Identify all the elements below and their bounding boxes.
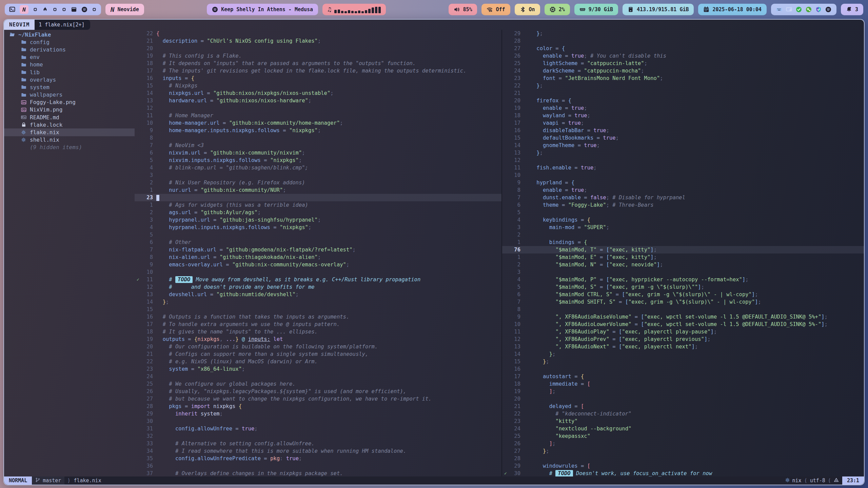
buffer-tab[interactable]: 1 flake.nix[2+] (35, 20, 90, 30)
code-line[interactable]: 27 # but because we want to change the n… (135, 395, 501, 403)
code-line[interactable]: 9 emacs-overlay.url = "github:nix-commun… (135, 261, 501, 268)
code-line[interactable]: ✓30 # TODO Doesn't work, use focus_on_ac… (502, 470, 864, 476)
code-line[interactable]: 20 firefox = { (502, 97, 864, 104)
tree-item-config[interactable]: config (4, 38, 135, 46)
code-line[interactable]: 1 "$mainMod, E" = ["exec, kitty"]; (502, 253, 864, 261)
code-line[interactable]: 25 # We configure our global packages he… (135, 380, 501, 388)
network-widget[interactable]: Off (481, 4, 510, 15)
code-line[interactable]: 19 # This config is a Flake. (135, 52, 501, 60)
tree-item-shell.nix[interactable]: shell.nix (4, 136, 135, 144)
code-line[interactable]: 24 darkScheme = "catppuccin-mocha"; (502, 67, 864, 75)
code-line[interactable]: 5 "$mainMod, S" = ["exec, grim -g \"$(sl… (502, 283, 864, 291)
code-line[interactable]: ✓11 # TODO Move away from devshell, as i… (135, 276, 501, 283)
code-line[interactable]: 19 enable = true; (502, 104, 864, 112)
code-line[interactable]: 4 hyprpanel.inputs.nixpkgs.follows = "ni… (135, 224, 501, 231)
workspace-switcher[interactable]: N (5, 4, 101, 15)
code-line[interactable]: 37 # Overlays define changes in the nixp… (135, 470, 501, 476)
code-line[interactable]: 17 # The inputs' git revisions get locke… (135, 67, 501, 75)
code-line[interactable]: 12 (502, 157, 864, 164)
tree-item-system[interactable]: system (4, 83, 135, 91)
code-line[interactable]: 6 nixvim.url = "github:nix-community/nix… (135, 149, 501, 157)
code-line[interactable]: 24 (135, 373, 501, 380)
tree-item-flake.nix[interactable]: flake.nix (4, 128, 135, 136)
editor-pane-right[interactable]: 29 };2827 color = {26 enable = true; # Y… (502, 30, 864, 476)
code-line[interactable]: 14 gnomeTheme = true; (502, 142, 864, 149)
code-line[interactable]: 2 ags.url = "github:Aylur/ags"; (135, 209, 501, 216)
neovide-workspace-icon[interactable]: N (20, 5, 28, 14)
screenshare-icon[interactable] (786, 6, 792, 13)
code-line[interactable]: 8 (502, 306, 864, 313)
code-line[interactable]: 22 }; (502, 82, 864, 89)
code-line[interactable]: 18 # It depends on "inputs" that are pas… (135, 60, 501, 67)
tree-item-flake.lock[interactable]: flake.lock (4, 121, 135, 128)
code-line[interactable]: 10 (502, 171, 864, 179)
code-line[interactable]: 23 font = "JetBrainsMono Nerd Font Mono"… (502, 75, 864, 82)
code-line[interactable]: 21 (502, 89, 864, 97)
code-line[interactable]: 12 # and doesn't provide any benefits fo… (135, 283, 501, 291)
code-line[interactable]: 15 # Nixpkgs (135, 82, 501, 89)
system-tray[interactable] (771, 4, 836, 15)
code-line[interactable]: 15 (135, 306, 501, 313)
code-line[interactable]: 15 }; (502, 358, 864, 365)
code-line[interactable]: 7 dunst.enable = false; # Disable for hy… (502, 194, 864, 201)
code-line[interactable]: 34 # I read somewhere that this is more … (135, 447, 501, 455)
code-line[interactable]: 18 wayland = true; (502, 112, 864, 119)
code-line[interactable]: 3 (502, 268, 864, 276)
code-line[interactable]: 17 autostart = { (502, 373, 864, 380)
tree-item-home[interactable]: home (4, 61, 135, 68)
code-line[interactable]: 8 nix-alien.url = "github:thiagokokada/n… (135, 253, 501, 261)
code-line[interactable]: 5 nixvim.inputs.nixpkgs.follows = "nixpk… (135, 157, 501, 164)
tree-item-readme.md[interactable]: README.md (4, 114, 135, 121)
code-line[interactable]: 8 (135, 134, 501, 142)
code-line[interactable]: 6 # Other (135, 239, 501, 246)
code-line[interactable]: 13 ", XF86AudioNext" = ["exec, playerctl… (502, 343, 864, 350)
code-line[interactable]: 13 hardware.url = "github:nixos/nixos-ha… (135, 97, 501, 104)
shield-icon[interactable] (815, 6, 822, 13)
code-line[interactable]: 16 disableTabBar = true; (502, 127, 864, 134)
code-line[interactable]: 23 (135, 194, 501, 201)
active-app-widget[interactable]: N Neovide (105, 4, 144, 15)
code-line[interactable]: 28 pkgs = import nixpkgs { (135, 403, 501, 410)
code-line[interactable]: 12 ", XF86AudioPrev" = ["exec, playerctl… (502, 336, 864, 343)
code-line[interactable]: 21 description = "ChUrl's NixOS config u… (135, 37, 501, 45)
code-line[interactable]: 3 hyprpanel.url = "github:jas-singhfsu/h… (135, 216, 501, 224)
tree-item-~-nixflake[interactable]: ~/NixFlake (4, 31, 135, 38)
code-line[interactable]: 14 }; (135, 298, 501, 306)
code-line[interactable]: 4 keybindings = { (502, 216, 864, 224)
code-line[interactable]: 20 (502, 395, 864, 403)
code-line[interactable]: 14 nixpkgs.url = "github:nixos/nixpkgs/n… (135, 89, 501, 97)
memory-widget[interactable]: 9/30 GiB (574, 4, 618, 15)
code-line[interactable]: 76 "$mainMod, T" = ["exec, kitty"]; (502, 246, 864, 253)
code-line[interactable]: 22 # e.g. NixOS (linux) and MacOS (darwi… (135, 358, 501, 365)
tree-item-env[interactable]: env (4, 54, 135, 61)
code-line[interactable]: 10 home-manager.url = "github:nix-commun… (135, 119, 501, 127)
code-line[interactable]: 29 }; (502, 30, 864, 37)
code-line[interactable]: 2 (502, 231, 864, 239)
code-line[interactable]: 3 main-mod = "SUPER"; (502, 224, 864, 231)
editor-pane-left[interactable]: 22{21 description = "ChUrl's NixOS confi… (135, 30, 501, 476)
kitty-icon[interactable] (71, 6, 77, 13)
code-line[interactable]: 9 home-manager.inputs.nixpkgs.follows = … (135, 127, 501, 134)
code-line[interactable]: 13 }; (502, 149, 864, 157)
code-line[interactable]: 2 # Nix User Repository (e.g. Firefox ad… (135, 179, 501, 186)
code-line[interactable]: 11 ", XF86AudioPlay" = ["exec, playerctl… (502, 328, 864, 336)
code-line[interactable]: 32 (135, 432, 501, 440)
code-line[interactable]: 25 "keepassxc" (502, 432, 864, 440)
code-line[interactable]: 11 fish.enable = true; (502, 164, 864, 171)
code-line[interactable]: 21 delayed = [ (502, 403, 864, 410)
code-line[interactable]: 19 outputs = {nixpkgs, ...} @ inputs: le… (135, 336, 501, 343)
code-line[interactable]: 5 (135, 231, 501, 239)
code-line[interactable]: 19 ]; (502, 388, 864, 395)
empty-workspace[interactable] (62, 7, 66, 12)
code-line[interactable]: 24 "nextcloud --background" (502, 425, 864, 432)
media-widget[interactable]: Keep Shelly In Athens - Medusa (207, 4, 318, 15)
code-line[interactable]: 11 # Home Manager (135, 112, 501, 119)
spotify-icon[interactable] (825, 6, 831, 13)
code-line[interactable]: 1 # Ags for widgets (this was a terrible… (135, 201, 501, 209)
code-line[interactable]: 18 immediate = [ (502, 380, 864, 388)
tree-item-lib[interactable]: lib (4, 68, 135, 76)
code-line[interactable]: 10 ", XF86AudioLowerVolume" = ["exec, wp… (502, 321, 864, 328)
code-line[interactable]: 3 (135, 171, 501, 179)
code-line[interactable]: 14 }; (502, 350, 864, 358)
flame-icon[interactable] (42, 6, 48, 13)
